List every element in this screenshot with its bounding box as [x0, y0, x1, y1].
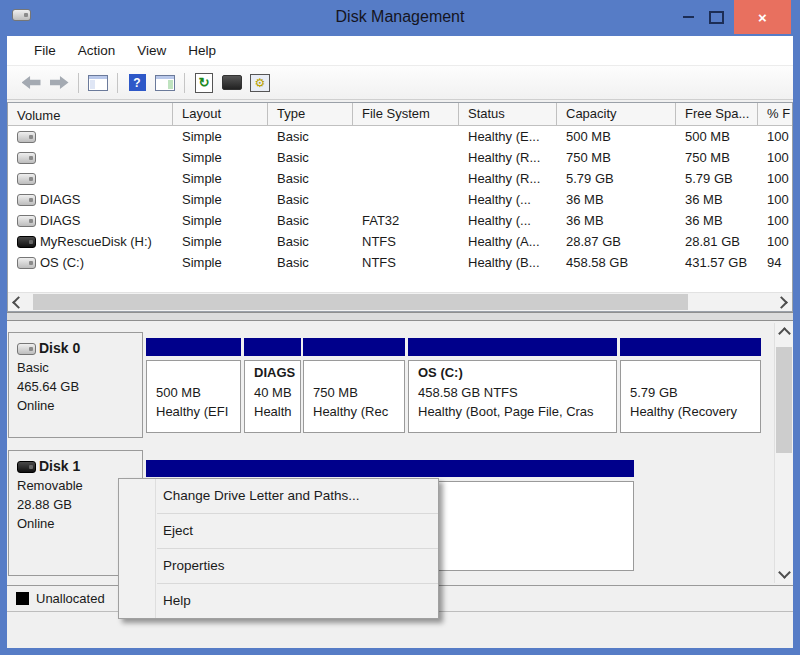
partition-status: Healthy (Boot, Page File, Cras — [418, 402, 616, 422]
partition-color-bar — [408, 338, 617, 356]
unallocated-swatch — [16, 592, 29, 605]
chevron-down-icon — [778, 566, 791, 579]
partition-efi[interactable]: 500 MB Healthy (EFI — [146, 338, 241, 433]
cell-status: Healthy (... — [459, 192, 557, 207]
minimize-icon — [683, 16, 694, 18]
partition-title: DIAGS — [254, 363, 300, 383]
menu-item-eject[interactable]: Eject — [119, 514, 438, 548]
scroll-down-button[interactable] — [775, 565, 793, 583]
partition-size: 5.79 GB — [630, 383, 760, 403]
partition-color-bar — [146, 460, 634, 477]
toolbar-separator — [184, 73, 185, 93]
scroll-left-button[interactable] — [8, 293, 26, 311]
column-header-status[interactable]: Status — [459, 103, 557, 125]
console-tree-icon — [88, 75, 108, 91]
table-row[interactable]: MyRescueDisk (H:) Simple Basic NTFS Heal… — [8, 231, 792, 252]
column-header-capacity[interactable]: Capacity — [557, 103, 676, 125]
menu-file[interactable]: File — [23, 40, 67, 61]
menu-item-properties[interactable]: Properties — [119, 549, 438, 583]
menu-view[interactable]: View — [126, 40, 177, 61]
table-row[interactable]: OS (C:) Simple Basic NTFS Healthy (B... … — [8, 252, 792, 273]
chevron-up-icon — [778, 327, 791, 340]
cell-status: Healthy (R... — [459, 171, 557, 186]
volume-name: OS (C:) — [40, 255, 84, 270]
partition-diags[interactable]: DIAGS 40 MB Health — [244, 338, 301, 433]
column-header-layout[interactable]: Layout — [173, 103, 268, 125]
show-console-tree-button[interactable] — [86, 72, 110, 94]
partition-recovery-750[interactable]: 750 MB Healthy (Rec — [303, 338, 405, 433]
horizontal-scroll-thumb[interactable] — [33, 294, 688, 310]
horizontal-scrollbar[interactable] — [8, 292, 792, 311]
disk-name: Disk 1 — [39, 457, 80, 476]
vertical-scrollbar[interactable] — [774, 323, 793, 583]
scroll-right-button[interactable] — [774, 293, 792, 311]
client-area: File Action View Help ? ↻ ⚙ Volume Layou… — [7, 36, 793, 648]
volume-icon — [17, 215, 36, 227]
partition-status: Healthy (Recovery — [630, 402, 760, 422]
vertical-scroll-thumb[interactable] — [776, 347, 792, 453]
show-action-pane-button[interactable] — [153, 72, 177, 94]
cell-free-space: 750 MB — [676, 150, 758, 165]
refresh-icon: ↻ — [195, 73, 213, 93]
cell-free-space: 36 MB — [676, 192, 758, 207]
refresh-button[interactable]: ↻ — [192, 72, 216, 94]
minimize-button[interactable] — [676, 0, 700, 34]
rescan-disks-button[interactable] — [220, 72, 244, 94]
column-header-type[interactable]: Type — [268, 103, 353, 125]
cell-layout: Simple — [173, 255, 268, 270]
cell-free-space: 500 MB — [676, 129, 758, 144]
cell-layout: Simple — [173, 150, 268, 165]
menu-help[interactable]: Help — [177, 40, 227, 61]
scroll-up-button[interactable] — [775, 323, 793, 341]
cell-status: Healthy (B... — [459, 255, 557, 270]
volume-icon — [17, 152, 36, 164]
table-row[interactable]: DIAGS Simple Basic Healthy (... 36 MB 36… — [8, 189, 792, 210]
volume-icon — [17, 257, 36, 269]
partition-recovery-579[interactable]: 5.79 GB Healthy (Recovery — [620, 338, 761, 433]
close-button[interactable]: × — [734, 0, 791, 34]
partition-os-c[interactable]: OS (C:) 458.58 GB NTFS Healthy (Boot, Pa… — [408, 338, 617, 433]
menu-item-help[interactable]: Help — [119, 584, 438, 618]
cell-file-system: NTFS — [353, 234, 459, 249]
cell-pct-free: 100 — [758, 150, 793, 165]
cell-status: Healthy (... — [459, 213, 557, 228]
cell-status: Healthy (E... — [459, 129, 557, 144]
table-row[interactable]: DIAGS Simple Basic FAT32 Healthy (... 36… — [8, 210, 792, 231]
help-button[interactable]: ? — [125, 72, 149, 94]
disk-status: Online — [17, 396, 142, 415]
cell-pct-free: 100 — [758, 234, 793, 249]
pane-splitter[interactable] — [7, 312, 793, 321]
disk-settings-button[interactable]: ⚙ — [248, 72, 272, 94]
menu-action[interactable]: Action — [67, 40, 127, 61]
action-pane-icon — [155, 75, 175, 91]
forward-button[interactable] — [47, 72, 71, 94]
column-header-free-space[interactable]: Free Spa... — [676, 103, 758, 125]
toolbar: ? ↻ ⚙ — [7, 66, 793, 100]
table-row[interactable]: Simple Basic Healthy (R... 750 MB 750 MB… — [8, 147, 792, 168]
cell-type: Basic — [268, 255, 353, 270]
disk0-label[interactable]: Disk 0 Basic 465.64 GB Online — [8, 332, 143, 438]
table-row[interactable]: Simple Basic Healthy (R... 5.79 GB 5.79 … — [8, 168, 792, 189]
volume-icon — [17, 173, 36, 185]
back-button[interactable] — [19, 72, 43, 94]
context-menu-gutter — [155, 479, 156, 618]
cell-pct-free: 100 — [758, 171, 793, 186]
maximize-button[interactable] — [704, 0, 728, 34]
help-icon: ? — [129, 74, 146, 91]
disk-name: Disk 0 — [39, 339, 80, 358]
volume-list-header: Volume Layout Type File System Status Ca… — [8, 103, 792, 126]
column-header-volume[interactable]: Volume — [8, 103, 173, 125]
cell-free-space: 36 MB — [676, 213, 758, 228]
back-arrow-icon — [22, 76, 41, 89]
title-bar: Disk Management × — [0, 0, 800, 36]
column-header-pct-free[interactable]: % F — [758, 103, 793, 125]
column-header-file-system[interactable]: File System — [353, 103, 459, 125]
menu-item-change-drive-letter[interactable]: Change Drive Letter and Paths... — [119, 479, 438, 513]
cell-file-system: NTFS — [353, 255, 459, 270]
gear-icon: ⚙ — [250, 74, 270, 92]
cell-type: Basic — [268, 129, 353, 144]
cell-type: Basic — [268, 150, 353, 165]
table-row[interactable]: Simple Basic Healthy (E... 500 MB 500 MB… — [8, 126, 792, 147]
cell-type: Basic — [268, 192, 353, 207]
disk-icon — [17, 343, 36, 355]
